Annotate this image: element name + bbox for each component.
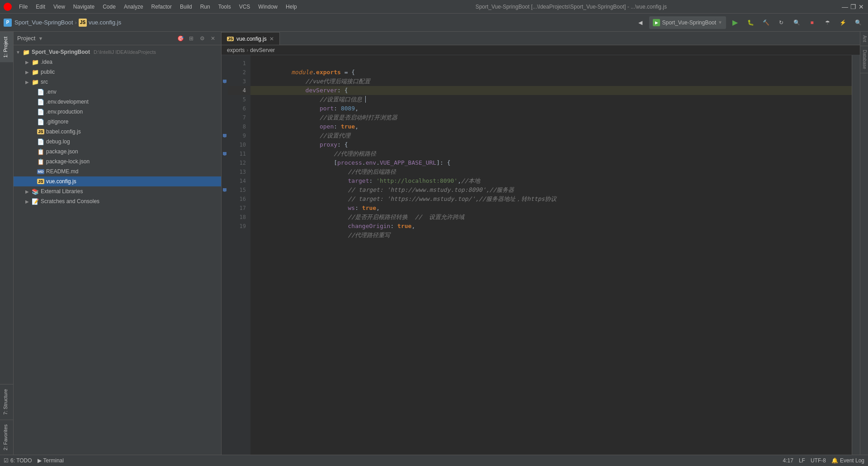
stop-button[interactable]: ■ [806, 16, 818, 29]
menu-vcs[interactable]: VCS [236, 3, 254, 11]
minimize-button[interactable]: — [842, 4, 848, 10]
sidebar-hide-icon[interactable]: ✕ [208, 34, 217, 43]
line-num-8: 8 [228, 122, 250, 131]
line-numbers: 1 2 3 4 5 6 7 8 9 10 11 12 13 14 15 16 1… [228, 55, 250, 455]
tree-item-debug-log[interactable]: ▶ 📄 debug.log [14, 137, 221, 147]
env-prod-label: .env.production [46, 109, 83, 115]
menu-refactor[interactable]: Refactor [148, 3, 175, 11]
tab-bar: JS vue.config.js ✕ [222, 32, 860, 45]
line-num-5: 5 [228, 95, 250, 104]
sidebar-header: Project ▼ 🎯 ⊞ ⚙ ✕ [14, 32, 221, 45]
event-log-button[interactable]: 🔔 Event Log [831, 457, 864, 464]
project-tree: ▼ 📁 Sport_Vue-SpringBoot D:\IntelliJ IDE… [14, 45, 221, 455]
sync-button[interactable]: ↻ [775, 16, 788, 29]
titlebar: File Edit View Navigate Code Analyze Ref… [0, 0, 868, 14]
gutter-15 [222, 185, 228, 195]
sidebar-expand-icon[interactable]: ⊞ [187, 34, 196, 43]
tree-item-gitignore[interactable]: ▶ 📄 .gitignore [14, 117, 221, 127]
menu-bar[interactable]: File Edit View Navigate Code Analyze Ref… [15, 3, 301, 11]
menu-window[interactable]: Window [255, 3, 281, 11]
sidebar: Project ▼ 🎯 ⊞ ⚙ ✕ ▼ 📁 Sport_Vue-SpringBo… [14, 32, 222, 455]
breadcrumb-project[interactable]: Sport_Vue-SpringBoot [14, 19, 73, 26]
todo-icon: ☑ [4, 457, 9, 464]
todo-button[interactable]: ☑ 6: TODO [4, 457, 32, 464]
breadcrumb-separator: › [75, 19, 77, 26]
back-button[interactable]: ◀ [634, 16, 646, 29]
cursor-position: 4:17 [783, 457, 793, 464]
main-content: 1: Project 7: Structure 2: Favorites Pro… [0, 32, 868, 455]
src-chevron: ▶ [24, 79, 30, 85]
debug-log-icon: 📄 [37, 138, 44, 145]
profiler-button[interactable]: ⚡ [836, 16, 849, 29]
scratches-label: Scratches and Consoles [41, 198, 99, 204]
idea-folder-icon: 📁 [32, 58, 39, 66]
window-controls[interactable]: — ❐ ✕ [842, 4, 864, 10]
tree-item-package-lock[interactable]: ▶ 📋 package-lock.json [14, 157, 221, 166]
menu-file[interactable]: File [15, 3, 31, 11]
terminal-label: Terminal [43, 457, 64, 464]
build-button[interactable]: 🔨 [760, 16, 772, 29]
terminal-button[interactable]: ▶ Terminal [38, 457, 64, 464]
tree-item-idea[interactable]: ▶ 📁 .idea [14, 57, 221, 67]
gutter-8 [222, 122, 228, 131]
editor-scrollbar[interactable] [852, 55, 860, 455]
tree-item-src[interactable]: ▶ 📁 src [14, 77, 221, 87]
run-config-arrow: ▼ [718, 20, 722, 25]
bc-exports[interactable]: exports [227, 47, 245, 53]
babel-label: babel.config.js [46, 128, 81, 135]
sidebar-scroll-center-icon[interactable]: 🎯 [176, 34, 185, 43]
tree-item-env-dev[interactable]: ▶ 📄 .env.development [14, 97, 221, 107]
tree-item-vue-config[interactable]: ▶ JS vue.config.js [14, 176, 221, 186]
debug-button[interactable]: 🐛 [744, 16, 757, 29]
bc-devserver[interactable]: devServer [250, 47, 275, 53]
tree-item-env-prod[interactable]: ▶ 📄 .env.production [14, 107, 221, 117]
menu-tools[interactable]: Tools [215, 3, 235, 11]
tree-item-package[interactable]: ▶ 📋 package.json [14, 147, 221, 157]
search-everywhere-button[interactable]: 🔍 [852, 16, 864, 29]
gutter-17 [222, 204, 228, 213]
line-num-15: 15 [228, 185, 250, 195]
maximize-button[interactable]: ❐ [850, 4, 856, 10]
root-path: D:\IntelliJ IDEA\IdeaProjects [94, 49, 156, 55]
menu-edit[interactable]: Edit [32, 3, 49, 11]
coverage-button[interactable]: ☂ [821, 16, 834, 29]
project-dropdown-arrow[interactable]: ▼ [38, 36, 43, 41]
tree-item-scratches[interactable]: ▶ 📝 Scratches and Consoles [14, 196, 221, 206]
editor-bookmark-gutter [222, 55, 228, 455]
close-button[interactable]: ✕ [858, 4, 864, 10]
right-tab-ant[interactable]: Ant [860, 32, 868, 46]
editor-tab-vue-config[interactable]: JS vue.config.js ✕ [222, 32, 280, 45]
menu-analyze[interactable]: Analyze [120, 3, 147, 11]
tree-item-env[interactable]: ▶ 📄 .env [14, 87, 221, 97]
menu-run[interactable]: Run [197, 3, 214, 11]
readme-icon: MD [37, 168, 44, 175]
menu-view[interactable]: View [50, 3, 69, 11]
line-num-19: 19 [228, 222, 250, 231]
editor-area: JS vue.config.js ✕ exports › devServer [222, 32, 860, 455]
tree-item-ext-libs[interactable]: ▶ 📚 External Libraries [14, 186, 221, 196]
menu-help[interactable]: Help [282, 3, 301, 11]
menu-code[interactable]: Code [99, 3, 119, 11]
babel-icon: JS [37, 128, 44, 135]
tab-js-icon: JS [227, 37, 234, 41]
find-button[interactable]: 🔍 [790, 16, 803, 29]
code-content[interactable]: module.exports = { //vue代理后端接口配置 devServ… [250, 55, 852, 455]
menu-navigate[interactable]: Navigate [70, 3, 98, 11]
gutter-tab-structure[interactable]: 7: Structure [0, 384, 13, 419]
tree-item-readme[interactable]: ▶ MD README.md [14, 166, 221, 176]
tree-root[interactable]: ▼ 📁 Sport_Vue-SpringBoot D:\IntelliJ IDE… [14, 47, 221, 57]
tab-close-button[interactable]: ✕ [269, 36, 274, 42]
sidebar-settings-icon[interactable]: ⚙ [198, 34, 207, 43]
right-tab-database[interactable]: Database [860, 46, 868, 73]
tree-item-public[interactable]: ▶ 📁 public [14, 67, 221, 77]
gutter-tab-project[interactable]: 1: Project [0, 32, 13, 62]
breadcrumb-file[interactable]: vue.config.js [89, 19, 121, 26]
tree-item-babel[interactable]: ▶ JS babel.config.js [14, 127, 221, 137]
code-editor[interactable]: 1 2 3 4 5 6 7 8 9 10 11 12 13 14 15 16 1… [222, 55, 860, 455]
gutter-tab-favorites[interactable]: 2: Favorites [0, 419, 13, 455]
menu-build[interactable]: Build [176, 3, 196, 11]
sidebar-title: Project [17, 35, 35, 42]
gutter-13 [222, 167, 228, 176]
run-config-selector[interactable]: ▶ Sport_Vue-SpringBoot ▼ [649, 16, 726, 29]
run-button[interactable]: ▶ [729, 16, 741, 29]
